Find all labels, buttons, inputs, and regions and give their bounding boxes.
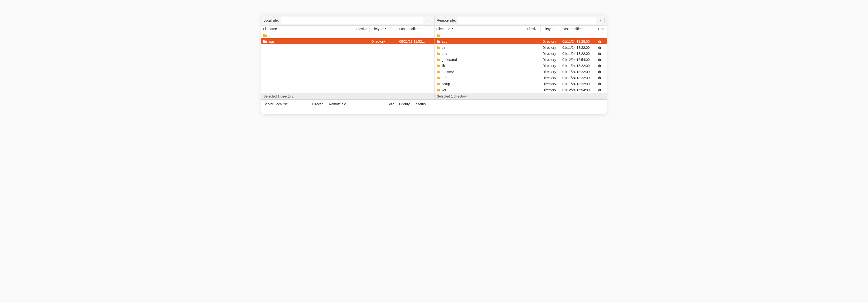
remote-status-bar: Selected 1 directory. [434, 93, 607, 100]
file-type-cell: Directory [540, 82, 560, 86]
file-permissions-cell: drwx [596, 46, 607, 50]
directory-row[interactable]: setupDirectory01/11/24 18:22:00drwx [434, 81, 607, 87]
file-type-cell: Directory [540, 46, 560, 50]
remote-columns-header: Filename Filesize Filetype Last modified… [434, 25, 607, 32]
file-name-label: .. [442, 33, 444, 37]
file-name-label: .. [268, 33, 270, 37]
file-type-cell: Directory [540, 52, 560, 56]
file-name-cell: phpserver [434, 70, 523, 74]
local-pane: Local site: Filename Filesize Filetype L… [261, 15, 434, 100]
file-name-label: generated [442, 58, 457, 62]
remote-site-combo[interactable] [458, 17, 604, 24]
queue-col-remote[interactable]: Remote file [327, 101, 382, 107]
parent-directory-row[interactable]: .. [261, 32, 434, 38]
file-name-cell: lib [434, 64, 523, 68]
file-panes: Local site: Filename Filesize Filetype L… [261, 15, 607, 100]
file-name-cell: .. [261, 33, 352, 37]
file-permissions-cell: drwx [596, 70, 607, 74]
directory-row[interactable]: devDirectory01/11/24 18:22:00drwx [434, 51, 607, 57]
directory-row[interactable]: binDirectory01/11/24 18:22:00drwx [434, 45, 607, 51]
file-modified-cell: 01/12/24 16:54:00 [560, 58, 596, 62]
sort-asc-icon [384, 27, 387, 31]
file-permissions-cell: drwx [596, 88, 607, 92]
queue-col-direction[interactable]: Directio [310, 101, 327, 107]
file-type-cell: Directory [540, 64, 560, 68]
file-type-cell: Directory [540, 58, 560, 62]
file-modified-cell: 01/12/24 16:54:00 [560, 88, 596, 92]
queue-col-file[interactable]: Server/Local file [261, 101, 310, 107]
file-modified-cell: 01/11/24 18:22:00 [560, 76, 596, 80]
file-name-label: var [442, 88, 446, 92]
file-name-cell: dev [434, 52, 523, 56]
queue-col-status[interactable]: Status [414, 101, 607, 107]
remote-site-dropdown[interactable] [596, 17, 604, 24]
file-type-cell: Directory [540, 88, 560, 92]
file-name-cell: setup [434, 82, 523, 86]
file-type-cell: Directory [540, 39, 560, 44]
directory-row[interactable]: libDirectory01/11/24 18:22:00drwx [434, 62, 607, 68]
chevron-down-icon [599, 19, 601, 22]
file-modified-cell: 01/11/24 18:22:00 [560, 52, 596, 56]
file-name-cell: generated [434, 58, 523, 62]
local-site-bar: Local site: [261, 15, 434, 25]
local-site-combo[interactable] [281, 17, 431, 24]
file-permissions-cell: drwx [596, 58, 607, 62]
local-file-list[interactable]: ..appDirectory08/21/23 11:52… [261, 32, 434, 93]
sort-asc-icon [451, 27, 454, 31]
file-permissions-cell: drwx [596, 52, 607, 56]
file-name-label: setup [442, 82, 450, 86]
remote-col-permissions[interactable]: Perm [596, 26, 607, 32]
remote-pane: Remote site: Filename Filesize Filetype … [434, 15, 607, 100]
local-site-input[interactable] [281, 17, 423, 24]
file-permissions-cell: drwx [596, 39, 607, 44]
remote-site-input[interactable] [458, 17, 596, 24]
file-type-cell: Directory [540, 76, 560, 80]
remote-site-label: Remote site: [437, 19, 456, 22]
file-modified-cell: 01/11/24 18:22:00 [560, 46, 596, 50]
file-name-label: lib [442, 64, 445, 68]
transfer-queue-list[interactable] [261, 108, 607, 114]
local-col-filesize[interactable]: Filesize [352, 26, 370, 32]
file-permissions-cell: drwx [596, 64, 607, 68]
file-name-label: pub [442, 76, 447, 80]
remote-col-filesize[interactable]: Filesize [523, 26, 540, 32]
local-status-bar: Selected 1 directory. [261, 93, 434, 100]
transfer-queue-header: Server/Local file Directio Remote file S… [261, 100, 607, 108]
file-name-label: app [268, 39, 274, 44]
file-permissions-cell: drwx [596, 76, 607, 80]
remote-col-modified[interactable]: Last modified [560, 26, 596, 32]
file-name-label: app [442, 39, 447, 44]
file-name-label: bin [442, 46, 446, 50]
file-name-cell: app [434, 39, 523, 44]
directory-row[interactable]: appDirectory08/21/23 11:52… [261, 38, 434, 45]
remote-col-filename[interactable]: Filename [434, 26, 523, 32]
remote-col-filetype[interactable]: Filetype [540, 26, 560, 32]
directory-row[interactable]: appDirectory01/11/24 18:28:00drwx [434, 38, 607, 45]
remote-file-list[interactable]: ..appDirectory01/11/24 18:28:00drwxbinDi… [434, 32, 607, 93]
file-modified-cell: 08/21/23 11:52… [397, 39, 434, 44]
file-name-cell: bin [434, 46, 523, 50]
ftp-client-window: Local site: Filename Filesize Filetype L… [261, 15, 607, 114]
directory-row[interactable]: phpserverDirectory01/11/24 18:22:00drwx [434, 68, 607, 75]
local-columns-header: Filename Filesize Filetype Last modified [261, 25, 434, 32]
file-type-cell: Directory [540, 70, 560, 74]
directory-row[interactable]: varDirectory01/12/24 16:54:00drwx [434, 87, 607, 93]
local-col-filetype[interactable]: Filetype [370, 26, 397, 32]
remote-site-bar: Remote site: [434, 15, 607, 25]
queue-col-priority[interactable]: Priority [397, 101, 414, 107]
file-permissions-cell: drwx [596, 82, 607, 86]
file-type-cell: Directory [370, 39, 397, 44]
local-col-filename[interactable]: Filename [261, 26, 352, 32]
directory-row[interactable]: generatedDirectory01/12/24 16:54:00drwx [434, 57, 607, 62]
local-site-dropdown[interactable] [423, 17, 431, 24]
parent-directory-row[interactable]: .. [434, 32, 607, 38]
queue-col-size[interactable]: Size [382, 101, 397, 107]
directory-row[interactable]: pubDirectory01/11/24 18:22:00drwx [434, 75, 607, 81]
file-name-cell: var [434, 88, 523, 92]
file-name-label: phpserver [442, 70, 457, 74]
local-col-modified[interactable]: Last modified [397, 26, 434, 32]
file-modified-cell: 01/11/24 18:28:00 [560, 39, 596, 44]
chevron-down-icon [426, 19, 428, 22]
file-name-label: dev [442, 52, 447, 56]
file-name-cell: app [261, 39, 352, 44]
